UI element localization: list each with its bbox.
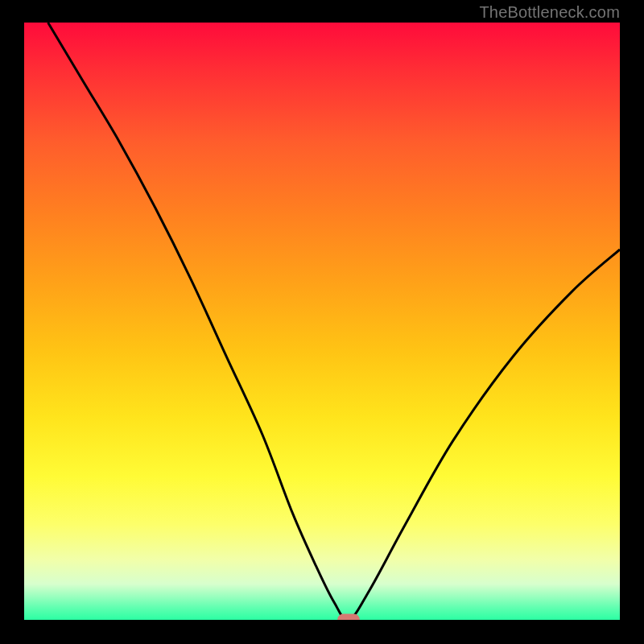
minimum-marker	[337, 614, 360, 621]
attribution-label: TheBottleneck.com	[479, 3, 620, 22]
chart-container: TheBottleneck.com	[0, 0, 644, 644]
curve-layer	[24, 23, 620, 620]
bottleneck-curve	[48, 23, 620, 620]
plot-area	[24, 23, 620, 620]
